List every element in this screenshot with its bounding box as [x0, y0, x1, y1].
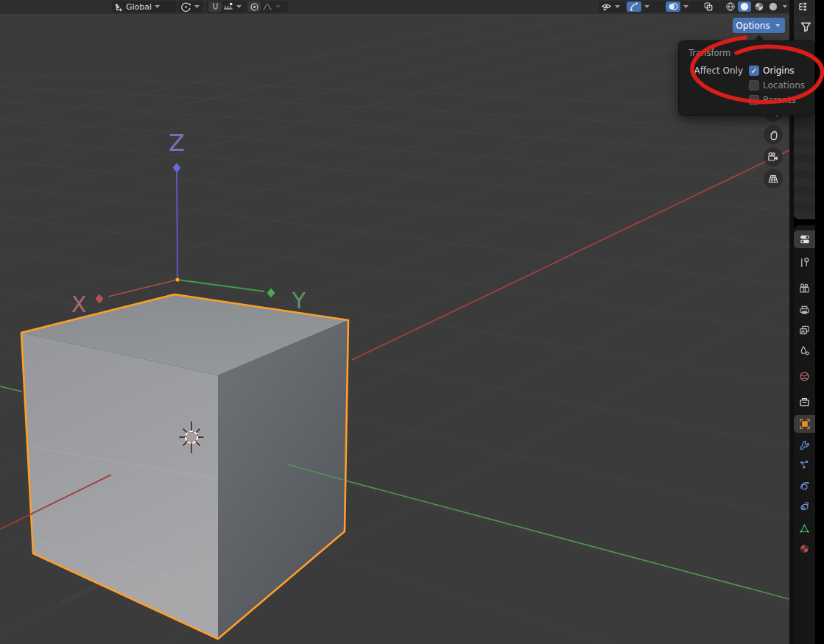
snap-toggle[interactable] — [208, 1, 222, 12]
window-edge — [815, 0, 824, 644]
axis-label-x: X — [71, 291, 87, 317]
wireframe-sphere-icon — [725, 1, 736, 12]
pan-button[interactable] — [764, 125, 783, 144]
show-overlays-control — [663, 1, 703, 13]
properties-rail — [794, 225, 815, 644]
tab-editor-type-properties[interactable] — [794, 230, 815, 248]
material-icon — [799, 543, 810, 554]
xray-icon — [703, 1, 714, 12]
popover-arrow — [753, 35, 765, 41]
shading-rendered-button[interactable] — [767, 1, 779, 12]
scene-icon — [799, 345, 810, 356]
y-axis-line-right — [340, 479, 789, 599]
orthographic-toggle-button[interactable] — [764, 169, 783, 188]
orientation-value: Global — [126, 2, 152, 12]
magnet-icon — [211, 2, 220, 12]
filter-icon[interactable] — [800, 21, 812, 33]
cube-object[interactable] — [21, 294, 348, 639]
locations-row[interactable]: Locations — [679, 79, 814, 92]
gizmo-x-handle[interactable] — [96, 294, 104, 304]
tab-modifiers[interactable] — [794, 436, 815, 453]
printer-icon — [799, 305, 810, 316]
outliner-tree-icon[interactable] — [797, 1, 809, 13]
proportional-circle-icon — [250, 2, 259, 12]
tab-constraints[interactable] — [794, 497, 815, 514]
gizmo-y-line — [177, 280, 264, 291]
snapping-controls — [206, 1, 246, 13]
pivot-point-icon — [180, 1, 191, 13]
popover-section-title: Transform — [689, 48, 730, 58]
chevron-down-icon — [775, 24, 781, 27]
shading-material-button[interactable] — [753, 1, 765, 12]
gizmo-icon — [629, 1, 639, 12]
chevron-down-icon — [236, 5, 242, 8]
parents-row[interactable]: Parents — [679, 93, 814, 107]
pivot-point-dropdown[interactable] — [178, 1, 203, 13]
affect-only-label: Affect Only — [679, 66, 743, 76]
chevron-down-icon — [683, 5, 689, 8]
collection-box-icon — [799, 397, 810, 408]
particles-icon — [799, 459, 810, 470]
gizmo-x-line — [108, 280, 177, 297]
locations-label: Locations — [763, 80, 805, 91]
object-properties-icon — [799, 418, 811, 430]
shading-solid-button[interactable] — [738, 1, 750, 12]
tab-render[interactable] — [794, 279, 815, 297]
world-globe-icon — [799, 371, 810, 382]
mesh-data-icon — [799, 523, 810, 534]
tab-particles[interactable] — [794, 456, 815, 473]
tab-material[interactable] — [794, 539, 815, 557]
options-button[interactable]: Options — [733, 18, 785, 33]
options-popover: Transform Affect Only ✓ Origins Location… — [678, 40, 815, 116]
gizmo-z-handle[interactable] — [173, 163, 181, 173]
shading-mode-group — [722, 1, 789, 13]
show-gizmos-control — [624, 1, 664, 13]
tab-output[interactable] — [794, 301, 815, 319]
tab-world[interactable] — [794, 367, 815, 385]
origins-row[interactable]: Affect Only ✓ Origins — [679, 64, 814, 77]
viewport-scene: Z X Y — [0, 0, 789, 644]
gizmos-toggle[interactable] — [627, 1, 641, 12]
proportional-editing-toggle[interactable] — [247, 1, 261, 12]
tab-object-data[interactable] — [794, 520, 815, 537]
chevron-down-icon — [644, 5, 649, 8]
physics-icon — [799, 481, 810, 492]
orientation-axes-icon — [114, 1, 124, 12]
eye-visibility-icon — [601, 1, 612, 13]
transform-orientation-dropdown[interactable]: Global — [112, 1, 177, 13]
tab-scene[interactable] — [794, 342, 815, 359]
options-label: Options — [736, 21, 770, 31]
perspective-grid-icon — [767, 173, 779, 185]
origins-label: Origins — [763, 66, 795, 76]
parents-checkbox[interactable] — [749, 95, 759, 105]
solid-sphere-icon — [739, 1, 750, 12]
3d-viewport[interactable]: Z X Y Global — [0, 0, 789, 644]
xray-toggle[interactable] — [701, 1, 723, 13]
show-object-types-dropdown[interactable] — [599, 1, 627, 13]
falloff-curve-icon[interactable] — [262, 1, 272, 12]
tab-tool[interactable] — [794, 253, 815, 271]
chevron-down-icon — [275, 5, 281, 8]
proportional-editing-controls — [245, 1, 288, 13]
tab-object[interactable] — [794, 415, 815, 433]
tool-icon — [799, 257, 810, 268]
gizmo-z-line — [177, 170, 177, 280]
hand-icon — [768, 130, 779, 141]
snap-increment-icon[interactable] — [223, 1, 233, 12]
gizmo-origin-dot[interactable] — [175, 277, 180, 282]
axis-label-z: Z — [169, 129, 185, 157]
tab-physics[interactable] — [794, 477, 815, 495]
overlays-icon — [668, 1, 678, 12]
viewport-header: Global — [0, 0, 789, 14]
overlays-toggle[interactable] — [666, 1, 680, 12]
origins-checkbox[interactable]: ✓ — [749, 66, 759, 76]
tab-view-layer[interactable] — [794, 321, 815, 339]
locations-checkbox[interactable] — [749, 80, 759, 91]
shading-wireframe-button[interactable] — [724, 1, 736, 12]
checkmark-icon: ✓ — [750, 66, 757, 76]
camera-view-button[interactable] — [764, 147, 783, 166]
tab-collection[interactable] — [794, 393, 815, 411]
chevron-down-icon — [783, 5, 787, 8]
render-camera-icon — [799, 283, 810, 294]
x-axis-line — [352, 150, 789, 360]
